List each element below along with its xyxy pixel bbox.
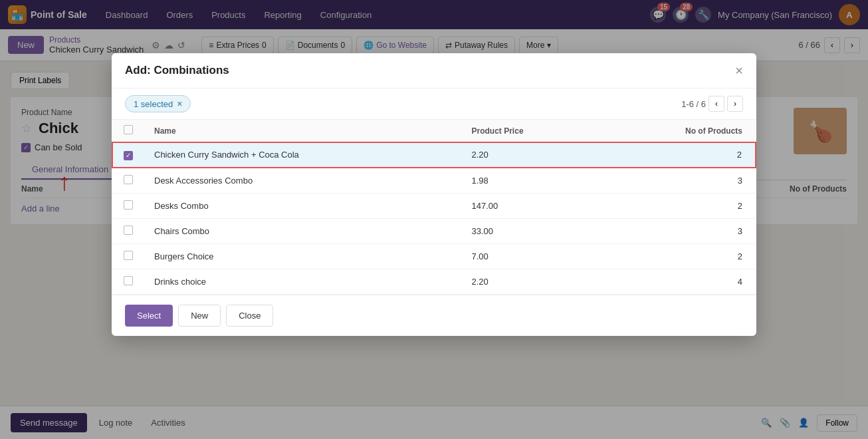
row-checkbox[interactable]: ✓: [124, 151, 133, 160]
row-price: 33.00: [461, 218, 601, 243]
table-row[interactable]: Desks Combo147.002: [112, 193, 756, 218]
modal-new-btn[interactable]: New: [178, 305, 221, 327]
selected-badge: 1 selected ×: [125, 95, 191, 112]
row-count: 3: [601, 218, 756, 243]
modal-title: Add: Combinations: [125, 64, 229, 77]
row-name: Drinks choice: [144, 269, 461, 294]
table-row[interactable]: Desk Accessories Combo1.983: [112, 168, 756, 194]
row-checkbox-cell[interactable]: [112, 168, 144, 194]
row-checkbox[interactable]: [124, 200, 133, 210]
modal-next-btn[interactable]: ›: [727, 96, 743, 112]
row-price: 1.98: [461, 168, 601, 194]
selected-count: 1 selected: [134, 99, 173, 109]
row-count: 4: [601, 269, 756, 294]
row-price: 2.20: [461, 269, 601, 294]
clear-selection-btn[interactable]: ×: [177, 98, 182, 109]
row-count: 2: [601, 142, 756, 168]
row-name: Burgers Choice: [144, 243, 461, 269]
table-header-row: Name Product Price No of Products: [112, 120, 756, 142]
name-header: Name: [144, 120, 461, 142]
row-name: Chairs Combo: [144, 218, 461, 243]
table-row[interactable]: Drinks choice2.204: [112, 269, 756, 294]
modal-footer: Select New Close: [112, 295, 756, 336]
price-header: Product Price: [461, 120, 601, 142]
combinations-table: Name Product Price No of Products ✓Chick…: [112, 120, 756, 295]
row-name: Desk Accessories Combo: [144, 168, 461, 194]
row-checkbox[interactable]: [124, 175, 133, 184]
row-name: Chicken Curry Sandwich + Coca Cola: [144, 142, 461, 168]
modal-pagination: 1-6 / 6 ‹ ›: [681, 96, 743, 112]
row-count: 2: [601, 243, 756, 269]
row-checkbox[interactable]: [124, 251, 133, 260]
row-price: 2.20: [461, 142, 601, 168]
modal-close-btn[interactable]: ×: [735, 64, 743, 77]
header-checkbox-cell: [112, 120, 144, 142]
modal-close-modal-btn[interactable]: Close: [226, 305, 273, 327]
row-checkbox-cell[interactable]: [112, 243, 144, 269]
table-row[interactable]: ✓Chicken Curry Sandwich + Coca Cola2.202: [112, 142, 756, 168]
row-checkbox-cell[interactable]: [112, 193, 144, 218]
count-header: No of Products: [601, 120, 756, 142]
add-combinations-modal: Add: Combinations × 1 selected × 1-6 / 6…: [112, 53, 756, 336]
modal-header: Add: Combinations ×: [112, 53, 756, 88]
modal-toolbar: 1 selected × 1-6 / 6 ‹ ›: [112, 88, 756, 120]
row-count: 3: [601, 168, 756, 194]
row-checkbox[interactable]: [124, 276, 133, 285]
row-checkbox-cell[interactable]: ✓: [112, 142, 144, 168]
modal-prev-btn[interactable]: ‹: [708, 96, 724, 112]
row-count: 2: [601, 193, 756, 218]
select-btn[interactable]: Select: [125, 305, 173, 327]
row-checkbox-cell[interactable]: [112, 218, 144, 243]
table-row[interactable]: Burgers Choice7.002: [112, 243, 756, 269]
row-price: 147.00: [461, 193, 601, 218]
row-checkbox-cell[interactable]: [112, 269, 144, 294]
row-name: Desks Combo: [144, 193, 461, 218]
table-row[interactable]: Chairs Combo33.003: [112, 218, 756, 243]
modal-pagination-text: 1-6 / 6: [681, 99, 706, 109]
row-checkbox[interactable]: [124, 225, 133, 235]
header-checkbox[interactable]: [124, 125, 133, 134]
modal-overlay: Add: Combinations × 1 selected × 1-6 / 6…: [0, 0, 868, 406]
row-price: 7.00: [461, 243, 601, 269]
